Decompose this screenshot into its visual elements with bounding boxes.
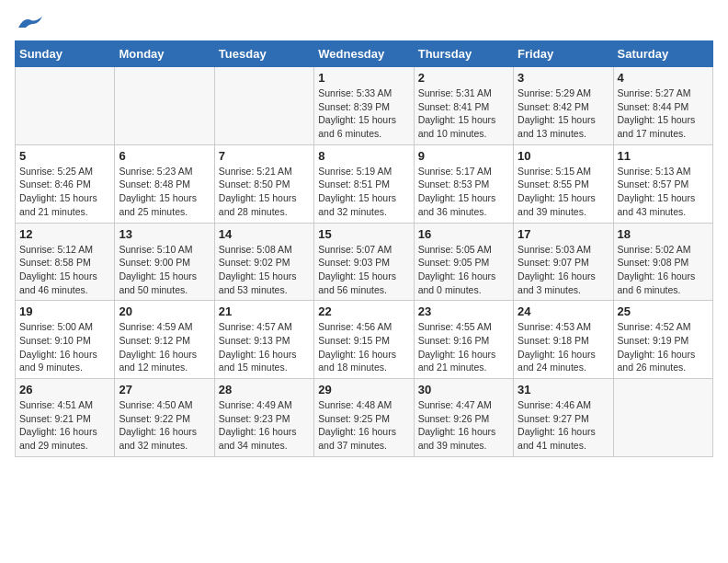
day-info: Sunrise: 5:00 AM Sunset: 9:10 PM Dayligh…	[19, 320, 110, 374]
day-cell-14: 14Sunrise: 5:08 AM Sunset: 9:02 PM Dayli…	[214, 223, 313, 301]
day-cell-19: 19Sunrise: 5:00 AM Sunset: 9:10 PM Dayli…	[16, 301, 115, 379]
day-cell-15: 15Sunrise: 5:07 AM Sunset: 9:03 PM Dayli…	[314, 223, 414, 301]
day-number: 3	[518, 71, 609, 85]
header-day-friday: Friday	[514, 41, 613, 67]
week-row-2: 5Sunrise: 5:25 AM Sunset: 8:46 PM Daylig…	[16, 144, 713, 223]
day-number: 14	[219, 227, 310, 241]
day-info: Sunrise: 4:48 AM Sunset: 9:25 PM Dayligh…	[318, 398, 409, 453]
day-info: Sunrise: 4:56 AM Sunset: 9:15 PM Dayligh…	[318, 320, 409, 374]
day-info: Sunrise: 5:27 AM Sunset: 8:44 PM Dayligh…	[618, 86, 709, 141]
day-cell-13: 13Sunrise: 5:10 AM Sunset: 9:00 PM Dayli…	[115, 223, 214, 301]
day-info: Sunrise: 5:15 AM Sunset: 8:55 PM Dayligh…	[518, 165, 609, 219]
day-number: 16	[418, 227, 509, 241]
day-info: Sunrise: 5:13 AM Sunset: 8:57 PM Dayligh…	[618, 165, 709, 219]
day-cell-12: 12Sunrise: 5:12 AM Sunset: 8:58 PM Dayli…	[16, 223, 115, 301]
day-number: 23	[418, 304, 509, 318]
day-info: Sunrise: 5:21 AM Sunset: 8:50 PM Dayligh…	[219, 165, 310, 219]
day-number: 6	[119, 149, 210, 163]
day-cell-28: 28Sunrise: 4:49 AM Sunset: 9:23 PM Dayli…	[214, 379, 313, 457]
day-cell-27: 27Sunrise: 4:50 AM Sunset: 9:22 PM Dayli…	[115, 379, 214, 457]
day-cell-8: 8Sunrise: 5:19 AM Sunset: 8:51 PM Daylig…	[314, 144, 414, 223]
header-day-sunday: Sunday	[16, 41, 115, 67]
day-number: 4	[618, 71, 709, 85]
day-info: Sunrise: 4:59 AM Sunset: 9:12 PM Dayligh…	[119, 320, 210, 374]
day-number: 18	[618, 227, 709, 241]
day-cell-5: 5Sunrise: 5:25 AM Sunset: 8:46 PM Daylig…	[16, 144, 115, 223]
day-info: Sunrise: 5:02 AM Sunset: 9:08 PM Dayligh…	[618, 243, 709, 297]
day-number: 19	[19, 304, 110, 318]
day-info: Sunrise: 4:46 AM Sunset: 9:27 PM Dayligh…	[518, 398, 609, 453]
day-number: 12	[19, 227, 110, 241]
day-info: Sunrise: 4:55 AM Sunset: 9:16 PM Dayligh…	[418, 320, 509, 374]
day-number: 5	[19, 149, 110, 163]
calendar-header: SundayMondayTuesdayWednesdayThursdayFrid…	[16, 41, 713, 67]
day-cell-16: 16Sunrise: 5:05 AM Sunset: 9:05 PM Dayli…	[414, 223, 513, 301]
day-cell-10: 10Sunrise: 5:15 AM Sunset: 8:55 PM Dayli…	[514, 144, 613, 223]
day-number: 15	[318, 227, 409, 241]
day-info: Sunrise: 4:53 AM Sunset: 9:18 PM Dayligh…	[518, 320, 609, 374]
day-cell-21: 21Sunrise: 4:57 AM Sunset: 9:13 PM Dayli…	[214, 301, 313, 379]
day-info: Sunrise: 4:52 AM Sunset: 9:19 PM Dayligh…	[618, 320, 709, 374]
header-day-saturday: Saturday	[613, 41, 712, 67]
empty-cell	[16, 67, 115, 145]
day-info: Sunrise: 5:19 AM Sunset: 8:51 PM Dayligh…	[318, 165, 409, 219]
day-cell-17: 17Sunrise: 5:03 AM Sunset: 9:07 PM Dayli…	[514, 223, 613, 301]
day-cell-2: 2Sunrise: 5:31 AM Sunset: 8:41 PM Daylig…	[414, 67, 513, 145]
day-info: Sunrise: 5:07 AM Sunset: 9:03 PM Dayligh…	[318, 243, 409, 297]
week-row-3: 12Sunrise: 5:12 AM Sunset: 8:58 PM Dayli…	[16, 223, 713, 301]
day-info: Sunrise: 5:31 AM Sunset: 8:41 PM Dayligh…	[418, 86, 509, 141]
day-number: 8	[318, 149, 409, 163]
header-day-monday: Monday	[115, 41, 214, 67]
day-info: Sunrise: 5:25 AM Sunset: 8:46 PM Dayligh…	[19, 165, 110, 219]
day-number: 21	[219, 304, 310, 318]
day-cell-25: 25Sunrise: 4:52 AM Sunset: 9:19 PM Dayli…	[613, 301, 712, 379]
day-info: Sunrise: 5:03 AM Sunset: 9:07 PM Dayligh…	[518, 243, 609, 297]
day-cell-26: 26Sunrise: 4:51 AM Sunset: 9:21 PM Dayli…	[16, 379, 115, 457]
day-number: 25	[618, 304, 709, 318]
header-day-wednesday: Wednesday	[314, 41, 414, 67]
week-row-1: 1Sunrise: 5:33 AM Sunset: 8:39 PM Daylig…	[16, 67, 713, 145]
day-number: 30	[418, 383, 509, 396]
empty-cell	[613, 379, 712, 457]
day-cell-4: 4Sunrise: 5:27 AM Sunset: 8:44 PM Daylig…	[613, 67, 712, 145]
day-number: 27	[119, 383, 210, 396]
day-cell-3: 3Sunrise: 5:29 AM Sunset: 8:42 PM Daylig…	[514, 67, 613, 145]
day-number: 28	[219, 383, 310, 396]
calendar-body: 1Sunrise: 5:33 AM Sunset: 8:39 PM Daylig…	[16, 67, 713, 457]
day-info: Sunrise: 4:47 AM Sunset: 9:26 PM Dayligh…	[418, 398, 509, 453]
day-number: 22	[318, 304, 409, 318]
day-cell-18: 18Sunrise: 5:02 AM Sunset: 9:08 PM Dayli…	[613, 223, 712, 301]
day-info: Sunrise: 5:08 AM Sunset: 9:02 PM Dayligh…	[219, 243, 310, 297]
day-cell-29: 29Sunrise: 4:48 AM Sunset: 9:25 PM Dayli…	[314, 379, 414, 457]
logo-bird-icon	[17, 15, 44, 33]
calendar-table: SundayMondayTuesdayWednesdayThursdayFrid…	[15, 40, 713, 457]
day-info: Sunrise: 5:29 AM Sunset: 8:42 PM Dayligh…	[518, 86, 609, 141]
header	[15, 15, 713, 33]
day-cell-24: 24Sunrise: 4:53 AM Sunset: 9:18 PM Dayli…	[514, 301, 613, 379]
day-number: 1	[318, 71, 409, 85]
day-info: Sunrise: 4:50 AM Sunset: 9:22 PM Dayligh…	[119, 398, 210, 453]
day-number: 11	[618, 149, 709, 163]
day-number: 29	[318, 383, 409, 396]
day-cell-11: 11Sunrise: 5:13 AM Sunset: 8:57 PM Dayli…	[613, 144, 712, 223]
day-number: 31	[518, 383, 609, 396]
day-number: 13	[119, 227, 210, 241]
header-row: SundayMondayTuesdayWednesdayThursdayFrid…	[16, 41, 713, 67]
empty-cell	[115, 67, 214, 145]
day-cell-31: 31Sunrise: 4:46 AM Sunset: 9:27 PM Dayli…	[514, 379, 613, 457]
day-info: Sunrise: 5:33 AM Sunset: 8:39 PM Dayligh…	[318, 86, 409, 141]
day-cell-22: 22Sunrise: 4:56 AM Sunset: 9:15 PM Dayli…	[314, 301, 414, 379]
day-cell-1: 1Sunrise: 5:33 AM Sunset: 8:39 PM Daylig…	[314, 67, 414, 145]
day-number: 10	[518, 149, 609, 163]
day-cell-30: 30Sunrise: 4:47 AM Sunset: 9:26 PM Dayli…	[414, 379, 513, 457]
day-number: 24	[518, 304, 609, 318]
day-info: Sunrise: 4:57 AM Sunset: 9:13 PM Dayligh…	[219, 320, 310, 374]
header-day-thursday: Thursday	[414, 41, 513, 67]
day-cell-20: 20Sunrise: 4:59 AM Sunset: 9:12 PM Dayli…	[115, 301, 214, 379]
day-info: Sunrise: 5:10 AM Sunset: 9:00 PM Dayligh…	[119, 243, 210, 297]
day-info: Sunrise: 5:12 AM Sunset: 8:58 PM Dayligh…	[19, 243, 110, 297]
day-cell-6: 6Sunrise: 5:23 AM Sunset: 8:48 PM Daylig…	[115, 144, 214, 223]
day-number: 17	[518, 227, 609, 241]
day-number: 20	[119, 304, 210, 318]
week-row-4: 19Sunrise: 5:00 AM Sunset: 9:10 PM Dayli…	[16, 301, 713, 379]
